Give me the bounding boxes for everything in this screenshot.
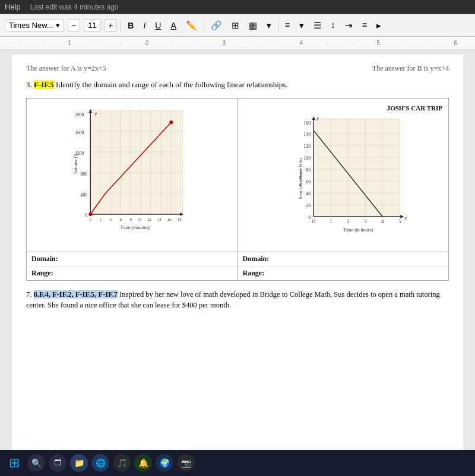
svg-text:y: y bbox=[94, 110, 97, 116]
range-label-left: Range: bbox=[31, 269, 53, 278]
answer-b-text: The answer for B is y=x+4 bbox=[372, 64, 449, 73]
question-3-text: Identify the domain and range of each of… bbox=[56, 80, 288, 89]
svg-text:12: 12 bbox=[147, 217, 152, 222]
svg-text:14: 14 bbox=[157, 217, 162, 222]
globe-button[interactable]: 🌍 bbox=[156, 454, 173, 472]
align-icon[interactable]: ≡ bbox=[282, 19, 293, 31]
last-edit-status: Last edit was 4 minutes ago bbox=[30, 3, 119, 11]
svg-text:800: 800 bbox=[80, 172, 87, 177]
underline-button[interactable]: U bbox=[152, 20, 164, 31]
editor-wrapper: Help Last edit was 4 minutes ago Times N… bbox=[0, 0, 475, 476]
svg-text:80: 80 bbox=[306, 167, 311, 173]
svg-text:from Josh's Home: from Josh's Home bbox=[298, 169, 303, 199]
dr-right: Domain: Range: bbox=[238, 252, 449, 280]
domain-row-left: Domain: bbox=[27, 252, 238, 266]
svg-text:18: 18 bbox=[178, 217, 182, 222]
font-color-button[interactable]: A bbox=[167, 20, 179, 31]
file-explorer-icon: 📁 bbox=[74, 458, 84, 468]
bold-button[interactable]: B bbox=[125, 20, 137, 31]
svg-text:16: 16 bbox=[167, 217, 172, 222]
svg-text:2: 2 bbox=[100, 217, 102, 222]
browser-button[interactable]: 🌐 bbox=[91, 454, 109, 472]
graph2-box: JOSH'S CAR TRIP bbox=[238, 99, 449, 252]
graph1-svg: 0 400 800 1200 1600 2000 0 2 4 6 8 10 12 bbox=[33, 104, 232, 235]
spacing-icon[interactable]: ↕ bbox=[328, 19, 338, 31]
align-dropdown-icon[interactable]: ▾ bbox=[296, 19, 307, 32]
svg-text:40: 40 bbox=[306, 191, 311, 196]
svg-marker-54 bbox=[312, 116, 315, 120]
range-row-left: Range: bbox=[27, 266, 238, 280]
svg-marker-55 bbox=[400, 215, 404, 218]
help-menu[interactable]: Help bbox=[5, 2, 21, 11]
toolbar-separator-3 bbox=[278, 20, 278, 31]
font-size-plus[interactable]: + bbox=[104, 19, 118, 31]
svg-text:4: 4 bbox=[381, 219, 384, 224]
svg-text:1: 1 bbox=[330, 219, 332, 224]
graph2-title: JOSH'S CAR TRIP bbox=[244, 104, 443, 112]
font-size-minus[interactable]: − bbox=[68, 19, 81, 31]
document-page: The answer for A is y=2x+5 The answer fo… bbox=[12, 55, 463, 471]
svg-text:140: 140 bbox=[303, 132, 311, 137]
question-7-standard: 8.F.4, F-IF.2, F-IF.5, F-IF.7 bbox=[34, 290, 118, 299]
domain-row-right: Domain: bbox=[238, 252, 449, 266]
answer-a-text: The answer for A is y=2x+5 bbox=[26, 64, 106, 73]
svg-text:x: x bbox=[404, 215, 407, 221]
media-button[interactable]: 🎵 bbox=[113, 454, 131, 472]
notification-button[interactable]: 🔔 bbox=[134, 454, 152, 472]
windows-start-button[interactable]: ⊞ bbox=[5, 453, 24, 472]
pencil-icon[interactable]: ✏️ bbox=[183, 19, 200, 32]
windows-logo-icon: ⊞ bbox=[9, 455, 20, 471]
camera-icon: 📷 bbox=[181, 458, 191, 468]
toolbar: Times New... ▾ − 11 + B I U A ✏️ 🔗 ⊞ ▦ ▾… bbox=[0, 14, 475, 37]
doc-content: The answer for A is y=2x+5 The answer fo… bbox=[0, 50, 475, 476]
search-taskbar-button[interactable]: 🔍 bbox=[27, 454, 45, 472]
expand-icon[interactable]: ▸ bbox=[373, 19, 384, 32]
question-3-number: 3. bbox=[26, 80, 32, 89]
link-icon[interactable]: 🔗 bbox=[208, 19, 225, 32]
svg-text:Volume (l): Volume (l) bbox=[73, 153, 78, 174]
font-color-label: A bbox=[170, 21, 176, 30]
menu-bar: Help Last edit was 4 minutes ago bbox=[0, 0, 475, 14]
svg-text:0: 0 bbox=[90, 217, 92, 222]
table-dropdown-icon[interactable]: ▾ bbox=[264, 19, 274, 32]
svg-text:y: y bbox=[316, 115, 319, 121]
ruler: ··1·· 2··3· ·4··5 ··6 bbox=[0, 37, 475, 50]
graph1-box: 0 400 800 1200 1600 2000 0 2 4 6 8 10 12 bbox=[27, 99, 238, 252]
svg-text:6: 6 bbox=[120, 217, 122, 222]
svg-text:400: 400 bbox=[80, 192, 87, 198]
range-row-right: Range: bbox=[238, 266, 449, 280]
task-view-button[interactable]: 🗔 bbox=[49, 454, 66, 472]
domain-label-right: Domain: bbox=[243, 255, 270, 264]
italic-button[interactable]: I bbox=[140, 20, 148, 31]
svg-text:10: 10 bbox=[137, 217, 142, 222]
taskbar: ⊞ 🔍 🗔 📁 🌐 🎵 🔔 🌍 📷 bbox=[0, 450, 475, 476]
globe-icon: 🌍 bbox=[160, 458, 170, 468]
svg-text:0: 0 bbox=[85, 212, 87, 218]
image-icon[interactable]: ⊞ bbox=[229, 19, 242, 32]
svg-point-20 bbox=[169, 120, 173, 124]
question-7: 7. 8.F.4, F-IF.2, F-IF.5, F-IF.7 Inspire… bbox=[26, 289, 449, 312]
indent-icon[interactable]: ⇥ bbox=[342, 19, 356, 32]
range-label-right: Range: bbox=[243, 269, 265, 278]
font-dropdown-arrow[interactable]: ▾ bbox=[56, 21, 60, 30]
graph2-svg: 0 20 40 60 80 100 120 140 160 O 1 2 3 bbox=[244, 113, 443, 243]
svg-point-19 bbox=[88, 212, 92, 216]
svg-text:Time (in hours): Time (in hours) bbox=[343, 227, 373, 233]
svg-text:8: 8 bbox=[130, 217, 132, 222]
table-icon[interactable]: ▦ bbox=[246, 19, 260, 32]
camera-button[interactable]: 📷 bbox=[177, 454, 195, 472]
toolbar-separator-2 bbox=[204, 20, 204, 31]
svg-text:O: O bbox=[312, 219, 315, 224]
task-view-icon: 🗔 bbox=[54, 458, 62, 468]
list-icon[interactable]: ☰ bbox=[311, 19, 324, 32]
media-icon: 🎵 bbox=[117, 458, 127, 468]
question-3-standard: F-IF.5 bbox=[34, 80, 54, 89]
more-options-icon[interactable]: ≡ bbox=[359, 19, 370, 31]
question-7-number: 7. bbox=[26, 290, 31, 299]
file-explorer-button[interactable]: 📁 bbox=[70, 454, 88, 472]
svg-text:Time (minutes): Time (minutes) bbox=[121, 225, 150, 230]
font-selector[interactable]: Times New... ▾ bbox=[5, 19, 64, 31]
font-size-input[interactable]: 11 bbox=[84, 19, 100, 31]
dr-left: Domain: Range: bbox=[27, 252, 238, 280]
svg-text:160: 160 bbox=[303, 120, 311, 126]
